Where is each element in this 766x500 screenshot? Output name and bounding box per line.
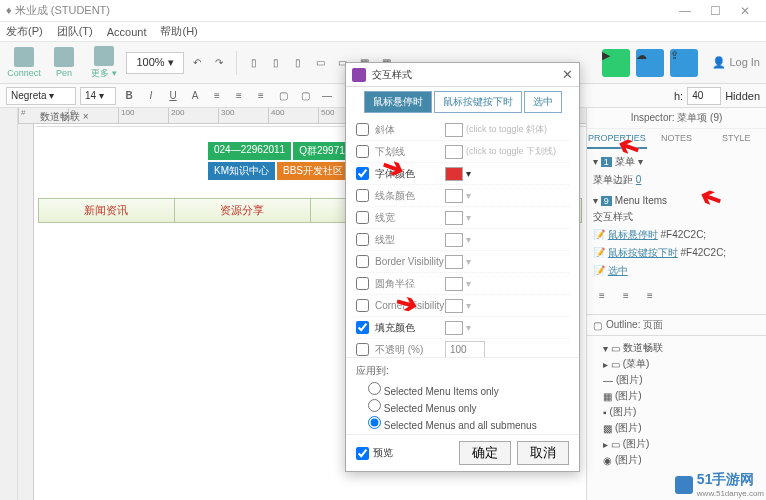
prop-checkbox[interactable] [356,167,369,180]
phone-badge[interactable]: 024—22962011 [208,142,291,160]
align-text-center[interactable]: ≡ [230,87,248,105]
connect-tool[interactable]: Connect [6,47,42,78]
apply-opt-menus[interactable]: Selected Menus only [356,398,569,415]
prop-checkbox[interactable] [356,321,369,334]
more-tool[interactable]: 更多 ▾ [86,46,122,80]
share-button[interactable]: ☁ [636,49,664,77]
outline-node[interactable]: ▪ (图片) [595,404,758,420]
underline-button[interactable]: U [164,87,182,105]
redo-button[interactable]: ↷ [210,54,228,72]
prop-checkbox[interactable] [356,145,369,158]
prop-checkbox[interactable] [356,123,369,136]
prop-linecolor[interactable]: 线条颜色▾ [356,185,569,207]
menu-help[interactable]: 帮助(H) [160,24,197,39]
nav-item-news[interactable]: 新闻资讯 [39,199,175,222]
nav-item-resources[interactable]: 资源分享 [175,199,311,222]
apply-opt-all[interactable]: Selected Menus and all submenus [356,415,569,432]
outline-node[interactable]: ▩ (图片) [595,420,758,436]
login-link[interactable]: 👤 Log In [712,56,760,69]
publish-button[interactable]: ⇪ [670,49,698,77]
tab-properties[interactable]: PROPERTIES [587,129,647,149]
prop-checkbox[interactable] [356,277,369,290]
prop-control[interactable]: ▾ [445,321,569,335]
apply-opt-items[interactable]: Selected Menu Items only [356,381,569,398]
align-left-icon[interactable]: ▯ [245,54,263,72]
preview-checkbox[interactable]: 预览 [356,446,393,460]
mousedown-link[interactable]: 鼠标按键按下时 [608,247,678,258]
prop-control[interactable]: ▾ [445,277,569,291]
height-input[interactable]: 40 [687,87,721,105]
outline-node[interactable]: ▸ ▭ (菜单) [595,356,758,372]
italic-button[interactable]: I [142,87,160,105]
font-size-select[interactable]: 14 ▾ [80,87,116,105]
margin-value[interactable]: 0 [636,174,642,185]
km-link[interactable]: KM知识中心 [208,162,275,180]
prop-checkbox[interactable] [356,189,369,202]
outline-node[interactable]: ▦ (图片) [595,388,758,404]
outline-node[interactable]: ▸ ▭ (图片) [595,436,758,452]
outline-node[interactable]: ◉ (图片) [595,452,758,468]
prop-checkbox[interactable] [356,233,369,246]
tab-notes[interactable]: NOTES [647,129,707,149]
menu-publish[interactable]: 发布(P) [6,24,43,39]
prop-cornervis[interactable]: Corner Visibility▾ [356,295,569,317]
selected-link[interactable]: 选中 [608,265,628,276]
prop-checkbox[interactable] [356,343,369,356]
prop-control[interactable]: 100 [445,341,569,358]
undo-button[interactable]: ↶ [188,54,206,72]
prop-underline[interactable]: 下划线(click to toggle 下划线) [356,141,569,163]
align-icon-3[interactable]: ≡ [641,286,659,304]
prop-control[interactable]: ▾ [445,299,569,313]
prop-control[interactable]: ▾ [445,233,569,247]
prop-control[interactable]: ▾ [445,167,569,181]
prop-checkbox[interactable] [356,255,369,268]
font-select[interactable]: Negreta ▾ [6,87,76,105]
pen-tool[interactable]: Pen [46,47,82,78]
close-button[interactable]: ✕ [730,4,760,18]
prop-checkbox[interactable] [356,211,369,224]
align-center-icon[interactable]: ▯ [267,54,285,72]
prop-italic[interactable]: 斜体(click to toggle 斜体) [356,119,569,141]
prop-control[interactable]: (click to toggle 下划线) [445,145,569,159]
bold-button[interactable]: B [120,87,138,105]
prop-linestyle[interactable]: 线型▾ [356,229,569,251]
menu-account[interactable]: Account [107,26,147,38]
align-right-icon[interactable]: ▯ [289,54,307,72]
tab-mouseover[interactable]: 鼠标悬停时 [364,91,432,113]
align-text-left[interactable]: ≡ [208,87,226,105]
prop-bordervis[interactable]: Border Visibility▾ [356,251,569,273]
cancel-button[interactable]: 取消 [517,441,569,465]
tab-mousedown[interactable]: 鼠标按键按下时 [434,91,522,113]
prop-opacity[interactable]: 不透明 (%)100 [356,339,569,357]
line-width-button[interactable]: — [318,87,336,105]
line-color-button[interactable]: ▢ [296,87,314,105]
outline-root[interactable]: ▾ ▭ 数道畅联 [595,340,758,356]
ok-button[interactable]: 确定 [459,441,511,465]
align-icon-2[interactable]: ≡ [617,286,635,304]
prop-control[interactable]: ▾ [445,189,569,203]
maximize-button[interactable]: ☐ [700,4,730,18]
prop-radius[interactable]: 圆角半径▾ [356,273,569,295]
prop-fillcolor[interactable]: 填充颜色▾ [356,317,569,339]
zoom-select[interactable]: 100% ▾ [126,52,184,74]
tab-style[interactable]: STYLE [706,129,766,149]
prop-linewidth[interactable]: 线宽▾ [356,207,569,229]
dialog-close-button[interactable]: ✕ [562,67,573,82]
fill-color-button[interactable]: ▢ [274,87,292,105]
hover-link[interactable]: 鼠标悬停时 [608,229,658,240]
text-color-button[interactable]: A [186,87,204,105]
prop-checkbox[interactable] [356,299,369,312]
align-icon[interactable]: ≡ [593,286,611,304]
menu-team[interactable]: 团队(T) [57,24,93,39]
distribute-h-icon[interactable]: ▭ [311,54,329,72]
outline-node[interactable]: — (图片) [595,372,758,388]
prop-control[interactable]: ▾ [445,211,569,225]
preview-button[interactable]: ▶ [602,49,630,77]
tab-selected[interactable]: 选中 [524,91,562,113]
prop-control[interactable]: ▾ [445,255,569,269]
minimize-button[interactable]: — [670,4,700,18]
align-text-right[interactable]: ≡ [252,87,270,105]
prop-control[interactable]: (click to toggle 斜体) [445,123,569,137]
prop-fontcolor[interactable]: 字体颜色▾ [356,163,569,185]
bbs-link[interactable]: BBS开发社区 [277,162,349,180]
